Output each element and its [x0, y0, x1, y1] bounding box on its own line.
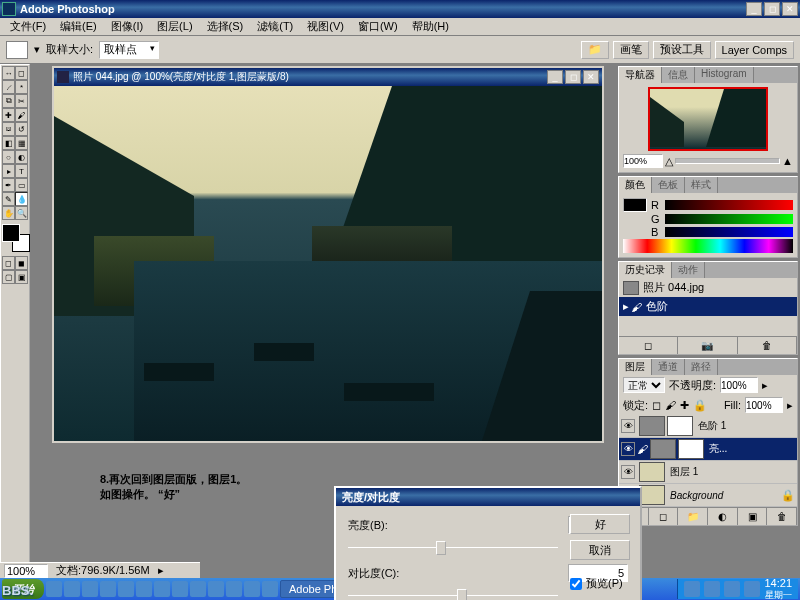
hist-new-doc-icon[interactable]: ◻ [619, 337, 678, 354]
history-item-1[interactable]: ▸🖌色阶 [619, 297, 797, 316]
status-zoom[interactable]: 100% [4, 564, 48, 578]
file-browser-icon[interactable]: 📁 [581, 41, 609, 59]
tool-move[interactable]: ↔ [2, 66, 15, 80]
visibility-icon[interactable]: 👁 [621, 419, 635, 433]
tool-heal[interactable]: ✚ [2, 108, 15, 122]
screenmode-1[interactable]: ▢ [2, 270, 15, 284]
tool-blur[interactable]: ○ [2, 150, 15, 164]
menu-window[interactable]: 窗口(W) [352, 17, 404, 36]
tab-history[interactable]: 历史记录 [619, 262, 672, 278]
ql-icon[interactable] [100, 581, 116, 597]
tool-hand[interactable]: ✋ [2, 206, 15, 220]
brightness-slider[interactable] [348, 538, 558, 558]
ql-icon[interactable] [64, 581, 80, 597]
tray-icon[interactable] [744, 581, 760, 597]
lock-trans-icon[interactable]: ◻ [652, 399, 661, 412]
doc-minimize[interactable]: _ [547, 70, 563, 84]
tab-paths[interactable]: 路径 [685, 359, 718, 375]
menu-select[interactable]: 选择(S) [201, 17, 250, 36]
visibility-icon[interactable]: 👁 [621, 465, 635, 479]
doc-close[interactable]: ✕ [583, 70, 599, 84]
dialog-title[interactable]: 亮度/对比度 [336, 488, 640, 506]
layer-row-1[interactable]: 👁🖌 亮... [619, 438, 797, 461]
tab-channels[interactable]: 通道 [652, 359, 685, 375]
menu-view[interactable]: 视图(V) [301, 17, 350, 36]
tool-shape[interactable]: ▭ [15, 178, 28, 192]
tray-icon[interactable] [704, 581, 720, 597]
visibility-icon[interactable]: 👁 [621, 442, 635, 456]
tab-styles[interactable]: 样式 [685, 177, 718, 193]
nav-zoom-input[interactable] [623, 154, 663, 168]
delete-icon[interactable]: 🗑 [767, 508, 797, 525]
tray-icon[interactable] [684, 581, 700, 597]
fill-input[interactable] [745, 397, 783, 413]
menu-file[interactable]: 文件(F) [4, 17, 52, 36]
tab-color[interactable]: 颜色 [619, 177, 652, 193]
opacity-input[interactable] [720, 377, 758, 393]
tool-notes[interactable]: ✎ [2, 192, 15, 206]
ql-icon[interactable] [154, 581, 170, 597]
hist-delete-icon[interactable]: 🗑 [738, 337, 797, 354]
g-slider[interactable] [665, 214, 793, 224]
menu-image[interactable]: 图像(I) [105, 17, 149, 36]
history-item-0[interactable]: 照片 044.jpg [619, 278, 797, 297]
tab-swatches[interactable]: 色板 [652, 177, 685, 193]
tool-stamp[interactable]: ⧇ [2, 122, 15, 136]
color-swatches[interactable] [2, 224, 30, 252]
lock-pixels-icon[interactable]: 🖌 [665, 399, 676, 411]
layer-row-2[interactable]: 👁 图层 1 [619, 461, 797, 484]
zoom-out-icon[interactable]: △ [665, 155, 673, 168]
tool-pen[interactable]: ✒ [2, 178, 15, 192]
ql-icon[interactable] [226, 581, 242, 597]
nav-zoom-slider[interactable] [675, 158, 780, 164]
tray-icon[interactable] [724, 581, 740, 597]
menu-filter[interactable]: 滤镜(T) [251, 17, 299, 36]
tool-brush[interactable]: 🖌 [15, 108, 28, 122]
palette-presets[interactable]: 预设工具 [653, 41, 711, 59]
ql-icon[interactable] [82, 581, 98, 597]
tab-info[interactable]: 信息 [662, 67, 695, 83]
sample-size-select[interactable]: 取样点 [99, 41, 159, 59]
tab-actions[interactable]: 动作 [672, 262, 705, 278]
ql-icon[interactable] [172, 581, 188, 597]
ql-icon[interactable] [208, 581, 224, 597]
ql-icon[interactable] [244, 581, 260, 597]
preview-check-input[interactable] [570, 578, 582, 590]
layer-row-0[interactable]: 👁 色阶 1 [619, 415, 797, 438]
lock-pos-icon[interactable]: ✚ [680, 399, 689, 412]
color-sample[interactable] [623, 198, 647, 212]
eyedropper-icon[interactable] [6, 41, 28, 59]
ql-icon[interactable] [136, 581, 152, 597]
zoom-in-icon[interactable]: ▲ [782, 155, 793, 167]
ql-icon[interactable] [190, 581, 206, 597]
tool-zoom[interactable]: 🔍 [15, 206, 28, 220]
tool-eyedropper[interactable]: 💧 [15, 192, 28, 206]
tool-eraser[interactable]: ◧ [2, 136, 15, 150]
lock-all-icon[interactable]: 🔒 [693, 399, 707, 412]
mask-thumb[interactable] [678, 439, 704, 459]
ql-icon[interactable] [262, 581, 278, 597]
tab-navigator[interactable]: 导航器 [619, 67, 662, 83]
ql-icon[interactable] [118, 581, 134, 597]
screenmode-2[interactable]: ▣ [15, 270, 28, 284]
preview-checkbox[interactable]: 预览(P) [570, 576, 630, 591]
layer-row-3[interactable]: 👁 Background 🔒 [619, 484, 797, 507]
tool-path[interactable]: ▸ [2, 164, 15, 178]
mask-icon[interactable]: ◻ [649, 508, 679, 525]
close-button[interactable]: ✕ [782, 2, 798, 16]
palette-brushes[interactable]: 画笔 [613, 41, 649, 59]
tool-history-brush[interactable]: ↺ [15, 122, 28, 136]
b-slider[interactable] [665, 227, 793, 237]
hist-snapshot-icon[interactable]: 📷 [678, 337, 737, 354]
minimize-button[interactable]: _ [746, 2, 762, 16]
newlayer-icon[interactable]: ▣ [738, 508, 768, 525]
contrast-slider[interactable] [348, 586, 558, 600]
tab-layers[interactable]: 图层 [619, 359, 652, 375]
r-slider[interactable] [665, 200, 793, 210]
navigator-thumbnail[interactable] [648, 87, 768, 151]
mask-thumb[interactable] [667, 416, 693, 436]
quickmask-off[interactable]: ◻ [2, 256, 15, 270]
palette-layercomps[interactable]: Layer Comps [715, 41, 794, 59]
ok-button[interactable]: 好 [570, 514, 630, 534]
blend-mode-select[interactable]: 正常 [623, 377, 665, 393]
